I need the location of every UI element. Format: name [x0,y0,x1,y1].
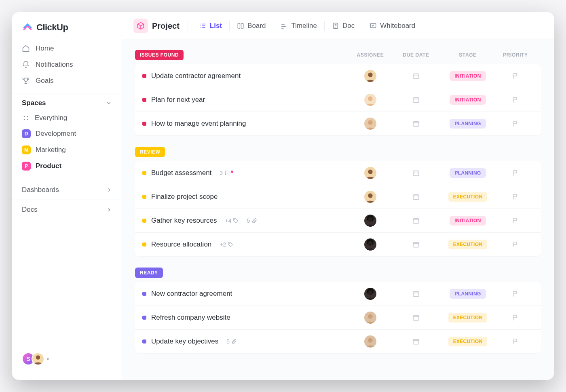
space-item-label: Development [36,130,76,138]
view-tab-list[interactable]: List [196,19,225,32]
assignee-cell[interactable] [350,191,391,203]
task-row[interactable]: Budget assessment 3 PLANNING [135,161,541,185]
list-view-icon [199,22,207,30]
status-indicator[interactable] [142,195,146,199]
priority-cell[interactable] [497,72,534,80]
attachment-count[interactable]: 5 [247,217,257,224]
workspace-switcher[interactable]: S ▾ [12,346,122,372]
due-date-cell[interactable] [394,96,438,103]
status-indicator[interactable] [142,339,146,344]
status-indicator[interactable] [142,98,146,102]
stage-cell[interactable]: EXECUTION [441,337,494,346]
due-date-cell[interactable] [394,193,438,200]
stage-cell[interactable]: EXECUTION [441,313,494,322]
space-item-marketing[interactable]: M Marketing [12,142,122,158]
comment-count[interactable]: 3 [220,170,233,176]
due-date-cell[interactable] [394,169,438,177]
space-everything[interactable]: Everything [12,110,122,126]
stage-cell[interactable]: INITIATION [441,216,494,226]
nav-notifications[interactable]: Notifications [12,57,122,73]
view-tab-doc[interactable]: Doc [329,19,358,32]
due-date-cell[interactable] [394,290,438,297]
group-label[interactable]: ISSUES FOUND [135,50,184,60]
priority-cell[interactable] [497,217,534,224]
priority-cell[interactable] [497,193,534,200]
svg-rect-29 [413,292,419,297]
priority-cell[interactable] [497,241,534,248]
stage-cell[interactable]: INITIATION [441,71,494,81]
status-indicator[interactable] [142,242,146,247]
space-item-development[interactable]: D Development [12,126,122,142]
view-tab-whiteboard[interactable]: Whiteboard [366,19,418,32]
priority-cell[interactable] [497,169,534,177]
chevron-right-icon [106,187,112,193]
task-row[interactable]: Finalize project scope EXECUTION [135,185,541,209]
calendar-icon [412,96,420,103]
grid-icon [22,114,30,122]
assignee-cell[interactable] [350,167,391,179]
stage-pill: PLANNING [450,168,486,178]
tag-count[interactable]: +4 [225,217,239,224]
assignee-cell[interactable] [350,215,391,227]
task-row[interactable]: Refresh company website EXECUTION [135,306,541,330]
status-indicator[interactable] [142,74,146,78]
priority-cell[interactable] [497,120,534,127]
assignee-cell[interactable] [350,288,391,300]
attachment-count[interactable]: 5 [226,338,237,345]
due-date-cell[interactable] [394,217,438,224]
brand-logo[interactable]: ClickUp [12,20,122,40]
stage-cell[interactable]: EXECUTION [441,240,494,249]
priority-cell[interactable] [497,290,534,297]
stage-cell[interactable]: EXECUTION [441,192,494,202]
group-label[interactable]: READY [135,268,163,278]
nav-goals[interactable]: Goals [12,73,122,89]
stage-cell[interactable]: PLANNING [441,119,494,129]
task-row[interactable]: Resource allocation +2 EXECUTION [135,233,541,256]
priority-cell[interactable] [497,338,534,345]
stage-cell[interactable]: PLANNING [441,168,494,178]
stage-cell[interactable]: PLANNING [441,289,494,299]
task-row[interactable]: Plan for next year INITIATION [135,88,541,112]
priority-cell[interactable] [497,96,534,103]
view-tab-board[interactable]: Board [234,19,269,32]
due-date-cell[interactable] [394,72,438,80]
status-indicator[interactable] [142,316,146,320]
assignee-cell[interactable] [350,335,391,348]
assignee-cell[interactable] [350,238,391,251]
stage-cell[interactable]: INITIATION [441,95,494,105]
nav-home[interactable]: Home [12,40,122,57]
task-row[interactable]: How to manage event planning PLANNING [135,112,541,135]
status-indicator[interactable] [142,219,146,223]
flag-icon [512,241,519,248]
chevron-right-icon [106,207,112,213]
svg-rect-10 [413,74,419,79]
app-window: ClickUp Home Notifications Goals Spaces … [12,12,554,380]
due-date-cell[interactable] [394,314,438,321]
assignee-cell[interactable] [350,94,391,106]
status-indicator[interactable] [142,292,146,296]
tag-count[interactable]: +2 [220,241,233,248]
due-date-cell[interactable] [394,338,438,345]
task-row[interactable]: Update key objectives 5 EXECUTION [135,330,541,353]
assignee-cell[interactable] [350,70,391,82]
status-indicator[interactable] [142,122,146,126]
space-item-product[interactable]: P Product [12,158,122,174]
view-tab-timeline[interactable]: Timeline [277,19,320,32]
project-chip[interactable]: Project [133,19,180,33]
sidebar-dashboards[interactable]: Dashboards [12,180,122,200]
due-date-cell[interactable] [394,241,438,248]
task-row[interactable]: Update contractor agreement INITIATION [135,64,541,88]
stage-pill: EXECUTION [448,313,488,322]
spaces-header[interactable]: Spaces [12,93,122,110]
task-row[interactable]: New contractor agreement PLANNING [135,282,541,306]
task-row[interactable]: Gather key resources +45 INITIATION [135,209,541,233]
group-label[interactable]: REVIEW [135,147,165,157]
assignee-cell[interactable] [350,312,391,324]
assignee-cell[interactable] [350,118,391,130]
sidebar-docs[interactable]: Docs [12,200,122,219]
due-date-cell[interactable] [394,120,438,127]
task-name: Gather key resources [151,217,217,225]
status-indicator[interactable] [142,171,146,175]
priority-cell[interactable] [497,314,534,321]
group-rows: Update contractor agreement INITIATION P… [135,64,541,135]
